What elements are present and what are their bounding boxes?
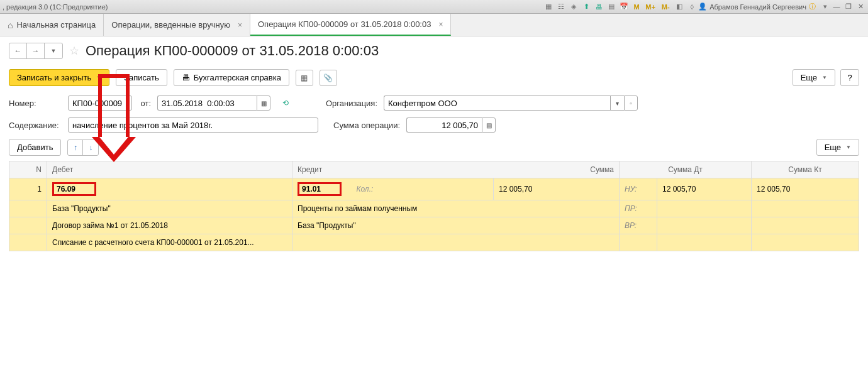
sum-field[interactable] bbox=[406, 117, 482, 133]
nav-back-button[interactable]: ← bbox=[9, 43, 27, 58]
move-down-button[interactable]: ↓ bbox=[83, 140, 98, 155]
page-title: Операция КП00-000009 от 31.05.2018 0:00:… bbox=[86, 43, 379, 59]
minimize-icon[interactable]: — bbox=[832, 3, 842, 10]
table-row[interactable]: База "Продукты" Проценты по займам получ… bbox=[9, 200, 859, 217]
more2-label: Еще bbox=[825, 143, 841, 152]
cell-nu-dt: 12 005,70 bbox=[657, 178, 752, 200]
tab-operations-label: Операции, введенные вручную bbox=[111, 20, 230, 30]
debit-sub1: База "Продукты" bbox=[47, 200, 292, 217]
calendar-button[interactable]: ▦ bbox=[257, 95, 270, 111]
doc-icon[interactable]: ▤ bbox=[606, 2, 617, 12]
org-field[interactable] bbox=[384, 95, 610, 111]
col-sum-kt[interactable]: Сумма Кт bbox=[752, 161, 859, 178]
nav-arrows: ← → ▼ bbox=[9, 43, 63, 59]
content-field[interactable] bbox=[68, 117, 318, 133]
user-name: Абрамов Геннадий Сергеевич bbox=[709, 3, 806, 11]
tab-active-label: Операция КП00-000009 от 31.05.2018 0:00:… bbox=[258, 19, 431, 29]
credit-sub1: Проценты по займам полученным bbox=[292, 200, 620, 217]
move-buttons: ↑ ↓ bbox=[67, 139, 99, 156]
tool-icon-4[interactable]: ⬆ bbox=[581, 2, 592, 12]
home-icon: ⌂ bbox=[8, 20, 13, 30]
tool-icon-5[interactable]: ◧ bbox=[674, 2, 685, 12]
favorite-star-icon[interactable]: ☆ bbox=[69, 44, 79, 58]
number-label: Номер: bbox=[9, 99, 62, 108]
add-button[interactable]: Добавить bbox=[9, 139, 61, 156]
titlebar: , редакция 3.0 (1С:Предприятие) ▦ ☷ ◈ ⬆ … bbox=[0, 0, 868, 14]
org-label: Организация: bbox=[326, 99, 377, 108]
more2-button[interactable]: Еще ▼ bbox=[816, 139, 859, 156]
move-up-button[interactable]: ↑ bbox=[68, 140, 83, 155]
credit-sub2: База "Продукты" bbox=[292, 217, 620, 234]
table-header: N Дебет КредитСумма Сумма Дт Сумма Кт bbox=[9, 161, 859, 178]
debit-sub2: Договор займа №1 от 21.05.2018 bbox=[47, 217, 292, 234]
number-field[interactable] bbox=[68, 95, 132, 111]
kol-label: Кол.: bbox=[356, 185, 373, 194]
table-row[interactable]: Договор займа №1 от 21.05.2018 База "Про… bbox=[9, 217, 859, 234]
save-close-button[interactable]: Записать и закрыть ▼ bbox=[9, 69, 109, 86]
col-credit[interactable]: КредитСумма bbox=[292, 161, 620, 178]
report-label: Бухгалтерская справка bbox=[194, 73, 281, 82]
calc-button[interactable]: ▤ bbox=[482, 117, 496, 133]
tool-icon-3[interactable]: ◈ bbox=[568, 2, 579, 12]
sum-label: Сумма операции: bbox=[333, 121, 400, 130]
org-open-button[interactable]: ▫ bbox=[624, 95, 638, 111]
tab-operation-active[interactable]: Операция КП00-000009 от 31.05.2018 0:00:… bbox=[250, 14, 451, 36]
chevron-down-icon: ▼ bbox=[822, 75, 827, 80]
save-button[interactable]: Записать bbox=[116, 69, 167, 86]
app-title: , редакция 3.0 (1С:Предприятие) bbox=[3, 3, 108, 11]
tab-operations[interactable]: Операции, введенные вручную × bbox=[104, 14, 250, 36]
org-dropdown-button[interactable]: ▾ bbox=[610, 95, 624, 111]
vp-label: ВР: bbox=[620, 217, 657, 234]
struct-icon-button[interactable]: ▦ bbox=[296, 70, 313, 86]
tab-close-icon[interactable]: × bbox=[238, 21, 242, 30]
table-row[interactable]: Списание с расчетного счета КП00-000001 … bbox=[9, 234, 859, 251]
chevron-down-icon: ▼ bbox=[846, 144, 851, 150]
nav-fwd-button[interactable]: → bbox=[27, 43, 45, 58]
col-debit[interactable]: Дебет bbox=[47, 161, 292, 178]
table-row[interactable]: 1 76.09 91.01 Кол.: 12 005,70 НУ: 12 005… bbox=[9, 178, 859, 200]
dropdown-icon[interactable]: ▾ bbox=[820, 2, 831, 12]
print-icon[interactable]: 🖶 bbox=[593, 2, 604, 12]
report-button[interactable]: 🖶 Бухгалтерская справка bbox=[174, 69, 289, 86]
content-label: Содержание: bbox=[9, 121, 62, 130]
date-field[interactable] bbox=[157, 95, 257, 111]
col-n[interactable]: N bbox=[9, 161, 47, 178]
help-button[interactable]: ? bbox=[840, 69, 859, 86]
org-field-group: ▾ ▫ bbox=[384, 95, 638, 111]
cell-debit-acc: 76.09 bbox=[47, 178, 292, 200]
tool-icon-6[interactable]: ◊ bbox=[686, 2, 698, 12]
m-plus-icon[interactable]: M+ bbox=[643, 2, 657, 12]
tool-icon-2[interactable]: ☷ bbox=[555, 2, 567, 12]
person-icon: 👤 bbox=[698, 3, 707, 11]
m-icon[interactable]: M bbox=[631, 2, 642, 12]
tool-icon-1[interactable]: ▦ bbox=[543, 2, 554, 12]
user-menu[interactable]: 👤 Абрамов Геннадий Сергеевич bbox=[698, 3, 806, 11]
cell-credit-acc: 91.01 Кол.: bbox=[292, 178, 494, 200]
cell-n: 1 bbox=[9, 178, 47, 200]
tab-home[interactable]: ⌂ Начальная страница bbox=[0, 14, 104, 36]
attach-icon-button[interactable]: 📎 bbox=[320, 70, 337, 86]
maximize-icon[interactable]: ❐ bbox=[843, 3, 854, 11]
m-minus-icon[interactable]: M- bbox=[659, 2, 672, 12]
date-field-group: ▦ bbox=[157, 95, 270, 111]
cell-sum: 12 005,70 bbox=[494, 178, 620, 200]
nu-label: НУ: bbox=[620, 178, 657, 200]
chevron-down-icon: ▼ bbox=[96, 75, 101, 80]
refresh-icon[interactable]: ⟲ bbox=[277, 95, 294, 111]
entries-table: N Дебет КредитСумма Сумма Дт Сумма Кт 1 … bbox=[9, 161, 859, 251]
save-close-label: Записать и закрыть bbox=[17, 73, 91, 82]
calendar-icon[interactable]: 📅 bbox=[618, 2, 630, 12]
close-icon[interactable]: ✕ bbox=[855, 3, 865, 11]
content: ← → ▼ ☆ Операция КП00-000009 от 31.05.20… bbox=[0, 36, 868, 258]
window-controls: — ❐ ✕ bbox=[832, 3, 865, 11]
tab-home-label: Начальная страница bbox=[16, 20, 96, 30]
debit-sub3: Списание с расчетного счета КП00-000001 … bbox=[47, 234, 292, 251]
more-button[interactable]: Еще ▼ bbox=[793, 69, 835, 86]
col-sum-dt[interactable]: Сумма Дт bbox=[620, 161, 752, 178]
tab-close-icon[interactable]: × bbox=[438, 20, 443, 29]
pr-label: ПР: bbox=[620, 200, 657, 217]
credit-account-highlight: 91.01 bbox=[298, 182, 342, 196]
more-label: Еще bbox=[801, 73, 817, 82]
info-icon[interactable]: ⓘ bbox=[807, 2, 818, 12]
nav-dropdown-button[interactable]: ▼ bbox=[45, 43, 62, 58]
